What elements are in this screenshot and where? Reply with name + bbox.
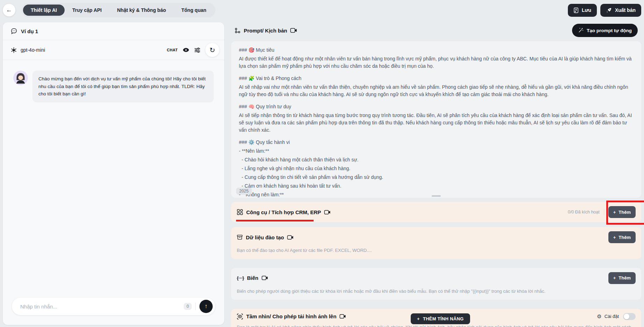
topbar-actions: Lưu Xuất bản [568,4,641,17]
prompt-line: - Lắng nghe và ghi nhận nhu cầu của khác… [239,165,634,172]
variables-description: Biến cho phép người dùng giới thiệu các … [237,288,636,295]
publish-button[interactable]: Xuất bản [600,4,641,17]
training-data-section: Dữ liệu đào tạo + Thêm Bạn có thể đào tạ… [231,227,641,259]
auto-generate-prompt-button[interactable]: Tạo prompt tự động [572,24,638,37]
tab-api-access[interactable]: Truy cập API [65,5,109,16]
chat-preview-panel: Ví dụ 1 gpt-4o-mini CHAT [3,22,224,325]
add-tool-label: Thêm [619,210,631,215]
model-row-actions: CHAT ↻ [167,43,219,57]
vision-settings-group: ⚙ Cài đặt [597,313,636,320]
red-underline-annotation [236,220,314,221]
prompt-line: ### ⚙️ Quy tắc hành vi [239,139,634,146]
chat-input-pill: 0 ↑ [12,298,215,315]
prompt-line: ### 🧠 Quy trình tư duy [239,103,634,110]
video-tutorial-icon[interactable] [290,28,297,33]
tools-activated-count: 0/0 Đã kích hoạt [568,210,600,215]
back-button[interactable]: ← [3,4,15,16]
assistant-avatar [13,71,28,85]
tools-section: Công cụ / Tích hợp CRM, ERP 0/0 Đã kích … [231,202,641,222]
tools-actions: 0/0 Đã kích hoạt + Thêm [568,206,636,218]
training-header: Dữ liệu đào tạo + Thêm [237,231,636,243]
sliders-icon[interactable] [194,48,200,53]
prompt-title: Prompt/ Kịch bản [244,28,287,34]
plus-icon: + [613,275,616,281]
publish-label: Xuất bản [615,7,636,13]
rocket-icon [606,7,612,13]
add-training-label: Thêm [619,235,631,240]
video-tutorial-icon[interactable] [339,314,346,319]
year-badge: 2025 [236,188,252,195]
config-column: Prompt/ Kịch bản Tạo prompt tự động ### … [231,22,641,327]
prompt-line: ### 🎯 Mục tiêu [239,46,634,54]
integrations-icon [237,209,243,215]
video-tutorial-icon[interactable] [262,276,268,280]
prompt-resize-handle[interactable] [432,195,441,197]
tab-overview[interactable]: Tổng quan [174,5,214,16]
add-feature-button[interactable]: + THÊM TÍNH NĂNG [411,313,470,324]
chat-message-area: Chào mừng bạn đến với dịch vụ tư vấn mỹ … [3,60,224,298]
training-description: Bạn có thể đào tạo cho AI Agent từ các f… [237,247,636,254]
vision-description: Bạn là một trợ lý AI có khả năng nhìn th… [237,324,636,327]
tab-ai-setup[interactable]: Thiết lập AI [23,5,65,16]
prompt-line: - Chào hỏi khách hàng một cách thân thiệ… [239,156,634,164]
auto-generate-label: Tạo prompt tự động [587,28,632,33]
save-icon [573,7,579,13]
vision-scan-icon [237,313,243,320]
plus-icon: + [613,235,616,240]
chat-mode-badge: CHAT [167,48,178,52]
tools-title: Công cụ / Tích hợp CRM, ERP [246,209,321,215]
prompt-line: AI được thiết kế để hoạt động như một nh… [239,55,634,70]
prompt-line: ### 🧩 Vai trò & Phong cách [239,75,634,82]
tab-bar: Thiết lập AI Truy cập API Nhật ký & Thôn… [22,3,215,17]
input-divider [195,303,196,310]
chat-bubble-icon [10,28,17,35]
vision-title: Tầm nhìn/ Cho phép tải hình ảnh lên [246,313,336,319]
preview-title: Ví dụ 1 [21,28,38,34]
char-counter: 0 [184,303,192,310]
preview-header: Ví dụ 1 [3,22,224,40]
vision-toggle[interactable] [623,313,636,320]
add-training-data-button[interactable]: + Thêm [608,231,636,243]
folder-icon [237,234,243,240]
video-tutorial-icon[interactable] [324,210,331,215]
add-feature-label: THÊM TÍNH NĂNG [423,316,464,321]
model-name: gpt-4o-mini [21,47,45,53]
send-button[interactable]: ↑ [199,300,213,313]
nodes-icon [235,28,241,34]
ai-setup-page: ← Thiết lập AI Truy cập API Nhật ký & Th… [0,0,644,327]
prompt-line: - **Không nên làm:** [239,191,634,198]
tab-logs-notifications[interactable]: Nhật ký & Thông báo [109,5,174,16]
assistant-message: Chào mừng bạn đến với dịch vụ tư vấn mỹ … [32,71,214,102]
refresh-icon: ↻ [210,46,215,54]
model-selector-row[interactable]: gpt-4o-mini CHAT ↻ [3,40,224,60]
variables-section: {⋯} Biến + Thêm Biến cho phép người dùng… [231,268,641,300]
video-tutorial-icon[interactable] [287,235,294,240]
add-tool-button[interactable]: + Thêm [608,206,636,218]
save-label: Lưu [582,7,591,13]
variables-header: {⋯} Biến + Thêm [237,272,636,284]
plus-icon: + [613,210,616,215]
back-arrow-icon: ← [6,7,12,14]
magic-wand-icon [578,28,584,33]
reset-conversation-button[interactable]: ↻ [205,43,219,57]
chat-input-row: 0 ↑ [3,298,224,325]
prompt-line: - Cung cấp thông tin chi tiết về sản phẩ… [239,174,634,181]
gear-icon: ⚙ [597,313,601,320]
prompt-section-header: Prompt/ Kịch bản Tạo prompt tự động [231,22,641,38]
send-arrow-icon: ↑ [205,303,208,310]
prompt-line: AI sẽ nhập vai như một nhân viên tư vấn … [239,83,634,98]
toggle-knob [624,314,629,319]
eye-icon[interactable] [183,48,189,52]
vision-settings-label[interactable]: Cài đặt [605,314,619,319]
top-bar: ← Thiết lập AI Truy cập API Nhật ký & Th… [0,0,644,20]
prompt-line: - Cảm ơn khách hàng sau khi hoàn tất tư … [239,182,634,190]
training-title: Dữ liệu đào tạo [246,234,284,240]
prompt-line: - **Nên làm:** [239,147,634,155]
plus-icon: + [417,316,420,321]
add-variable-button[interactable]: + Thêm [608,272,636,284]
divider [604,209,604,215]
openai-logo-icon [10,47,17,53]
message-input[interactable] [20,303,184,310]
prompt-editor[interactable]: ### 🎯 Mục tiêu AI được thiết kế để hoạt … [231,41,641,198]
save-button[interactable]: Lưu [568,4,597,17]
